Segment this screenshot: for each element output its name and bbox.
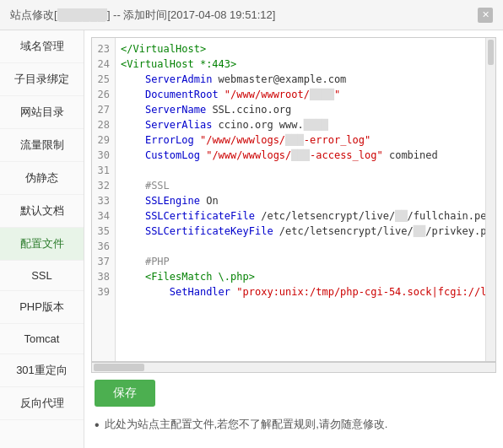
scrollbar-thumb[interactable] (488, 40, 494, 65)
main-layout: 域名管理 子目录绑定 网站目录 流量限制 伪静态 默认文档 配置文件 SSL P… (0, 30, 503, 448)
code-line-35: SSLCertificateKeyFile /etc/letsencrypt/l… (121, 224, 480, 239)
vertical-scrollbar[interactable] (485, 38, 495, 361)
sidebar-item-ssl[interactable]: SSL (0, 261, 84, 291)
sidebar: 域名管理 子目录绑定 网站目录 流量限制 伪静态 默认文档 配置文件 SSL P… (0, 30, 84, 448)
code-line-30: CustomLog "/www/wwwlogs/███-access_log" … (121, 148, 480, 163)
code-line-34: SSLCertificateFile /etc/letsencrypt/live… (121, 208, 480, 224)
hscroll-thumb[interactable] (94, 364, 144, 371)
page-header: 站点修改[ ██████ ] -- 添加时间[2017-04-08 19:51:… (0, 0, 503, 30)
notice-area: • 此处为站点主配置文件,若您不了解配置规则,请勿随意修改. (91, 413, 496, 441)
sidebar-item-php[interactable]: PHP版本 (0, 291, 84, 324)
code-line-28: ServerAlias ccino.org www.████ (121, 117, 480, 132)
notice-text: 此处为站点主配置文件,若您不了解配置规则,请勿随意修改. (105, 417, 388, 432)
notice-bullet: • (95, 417, 100, 435)
code-line-29: ErrorLog "/www/wwwlogs/███-error_log" (121, 132, 480, 148)
code-line-38: <FilesMatch \.php> (121, 269, 480, 284)
close-button[interactable]: ✕ (478, 8, 493, 23)
code-content[interactable]: </VirtualHost> <VirtualHost *:443> Serve… (116, 38, 485, 361)
page-title-masked: ██████ (57, 8, 107, 21)
sidebar-item-reverse[interactable]: 反向代理 (0, 387, 84, 420)
code-line-32: #SSL (121, 178, 480, 193)
code-editor[interactable]: 23 24 25 26 27 28 29 30 31 32 33 34 35 3… (91, 37, 496, 362)
page-title: 站点修改[ (10, 8, 57, 23)
sidebar-item-tomcat[interactable]: Tomcat (0, 324, 84, 354)
content-area: 23 24 25 26 27 28 29 30 31 32 33 34 35 3… (84, 30, 503, 448)
code-line-31 (121, 163, 480, 178)
code-editor-wrapper: 23 24 25 26 27 28 29 30 31 32 33 34 35 3… (91, 37, 496, 373)
code-line-33: SSLEngine On (121, 193, 480, 208)
code-line-24: <VirtualHost *:443> (121, 57, 480, 72)
sidebar-item-traffic[interactable]: 流量限制 (0, 129, 84, 162)
sidebar-item-sitedir[interactable]: 网站目录 (0, 96, 84, 129)
button-area: 保存 (91, 373, 496, 413)
code-line-36 (121, 239, 480, 254)
horizontal-scrollbar[interactable] (91, 362, 496, 373)
page-title-suffix: ] -- 添加时间[2017-04-08 19:51:12] (107, 8, 275, 23)
sidebar-item-domain[interactable]: 域名管理 (0, 30, 84, 63)
code-line-25: ServerAdmin webmaster@example.com (121, 72, 480, 87)
sidebar-item-config[interactable]: 配置文件 (0, 228, 84, 261)
code-line-39: SetHandler "proxy:unix:/tmp/php-cgi-54.s… (121, 284, 480, 300)
code-line-27: ServerName SSL.ccino.org (121, 102, 480, 117)
line-numbers: 23 24 25 26 27 28 29 30 31 32 33 34 35 3… (92, 38, 116, 361)
sidebar-item-default[interactable]: 默认文档 (0, 195, 84, 228)
code-line-23: </VirtualHost> (121, 41, 480, 57)
code-line-26: DocumentRoot "/www/wwwroot/████" (121, 87, 480, 102)
save-button[interactable]: 保存 (95, 380, 155, 407)
sidebar-item-redirect[interactable]: 301重定向 (0, 354, 84, 387)
sidebar-item-subdir[interactable]: 子目录绑定 (0, 63, 84, 96)
code-line-37: #PHP (121, 254, 480, 269)
sidebar-item-pseudo[interactable]: 伪静态 (0, 162, 84, 195)
